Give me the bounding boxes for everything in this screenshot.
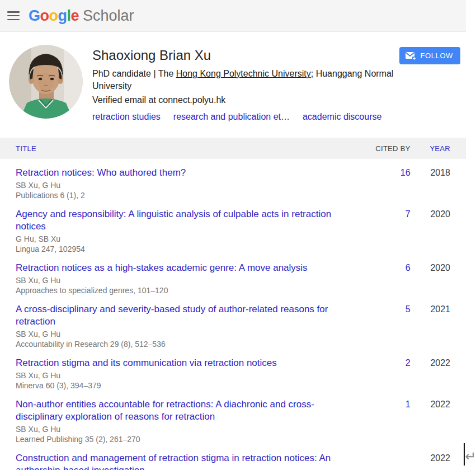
affiliation-prefix: PhD candidate | The (92, 69, 176, 78)
publication-year: 2018 (430, 168, 450, 177)
table-row: Retraction notices as a high-stakes acad… (0, 256, 466, 298)
google-wordmark: Google (29, 7, 79, 25)
verified-email: Verified email at connect.polyu.hk (92, 94, 399, 106)
cited-by-count[interactable]: 2 (406, 358, 411, 368)
logo-letter: G (29, 7, 40, 24)
publication-authors: G Hu, SB Xu (16, 234, 355, 244)
interest-chip-research-publication-ethics[interactable]: research and publication et… (173, 112, 290, 122)
publication-year: 2021 (430, 304, 450, 314)
publication-authors: SB Xu, G Hu (16, 424, 355, 434)
publication-venue: Learned Publishing 35 (2), 261–270 (16, 434, 355, 444)
publication-title[interactable]: Retraction notices: Who authored them? (16, 167, 355, 179)
cited-by-count[interactable]: 6 (406, 263, 411, 272)
publication-authors: SB Xu, G Hu (16, 275, 355, 285)
table-row: A cross-disciplinary and severity-based … (0, 298, 466, 351)
logo-letter: o (40, 7, 49, 24)
interest-list: retraction studies research and publicat… (92, 112, 399, 122)
table-row: Retraction notices: Who authored them? S… (0, 161, 466, 203)
publication-title[interactable]: Non-author entities accountable for retr… (16, 398, 355, 423)
interest-chip-retraction-studies[interactable]: retraction studies (92, 112, 161, 122)
publication-year: 2020 (430, 263, 450, 272)
cited-by-count[interactable]: 7 (406, 209, 411, 219)
publication-title[interactable]: Construction and management of retractio… (16, 452, 355, 470)
publication-venue: Approaches to specialized genres, 101–12… (16, 285, 355, 295)
publication-title[interactable]: Retraction stigma and its communication … (16, 357, 355, 369)
envelope-plus-icon (405, 51, 416, 60)
publication-venue: Publications 6 (1), 2 (16, 190, 355, 200)
publications-list: Retraction notices: Who authored them? S… (0, 161, 466, 470)
profile-photo (9, 45, 83, 119)
table-row: Retraction stigma and its communication … (0, 351, 466, 393)
table-row: Construction and management of retractio… (0, 446, 466, 470)
publication-title[interactable]: A cross-disciplinary and severity-based … (16, 303, 355, 328)
publication-venue: Minerva 60 (3), 394–379 (16, 380, 355, 391)
profile-info: Shaoxiong Brian Xu PhD candidate | The H… (92, 47, 399, 122)
return-arrow-icon: ↵ (465, 449, 476, 464)
publications-table-header: TITLE CITED BY YEAR (0, 138, 466, 159)
publication-venue: Lingua 247, 102954 (16, 244, 355, 254)
publication-year: 2022 (430, 358, 450, 368)
cited-by-count[interactable]: 5 (406, 304, 411, 314)
google-scholar-logo[interactable]: Google Scholar (29, 7, 134, 25)
publication-title[interactable]: Retraction notices as a high-stakes acad… (16, 262, 355, 274)
publication-authors: SB Xu, G Hu (16, 329, 355, 339)
column-header-title[interactable]: TITLE (16, 144, 355, 153)
column-header-cited-by: CITED BY (355, 144, 411, 153)
profile-name: Shaoxiong Brian Xu (92, 47, 399, 64)
column-header-year[interactable]: YEAR (411, 144, 450, 153)
publication-authors: SB Xu, G Hu (16, 370, 355, 380)
cited-by-count[interactable]: 1 (406, 400, 411, 409)
publication-authors: SB Xu, G Hu (16, 180, 355, 190)
follow-button[interactable]: FOLLOW (399, 47, 461, 64)
hamburger-menu-icon[interactable] (7, 11, 20, 20)
interest-chip-academic-discourse[interactable]: academic discourse (303, 112, 381, 122)
logo-letter: o (49, 7, 58, 24)
profile-affiliation: PhD candidate | The Hong Kong Polytechni… (92, 68, 399, 92)
affiliation-university-link[interactable]: Hong Kong Polytechnic University (176, 69, 311, 78)
topbar: Google Scholar (0, 0, 466, 32)
publication-title[interactable]: Agency and responsibility: A linguistic … (16, 208, 355, 233)
publication-year: 2022 (430, 400, 450, 409)
logo-letter: e (71, 7, 79, 24)
publication-venue: Accountability in Research 29 (8), 512–5… (16, 339, 355, 349)
cited-by-count[interactable]: 16 (400, 168, 411, 177)
follow-button-label: FOLLOW (421, 51, 454, 60)
table-row: Non-author entities accountable for retr… (0, 393, 466, 446)
logo-letter: g (58, 7, 67, 24)
scholar-wordmark: Scholar (83, 7, 134, 25)
publication-year: 2020 (430, 209, 450, 219)
logo-letter: l (67, 7, 71, 24)
publication-year: 2022 (430, 453, 450, 463)
table-row: Agency and responsibility: A linguistic … (0, 203, 466, 256)
